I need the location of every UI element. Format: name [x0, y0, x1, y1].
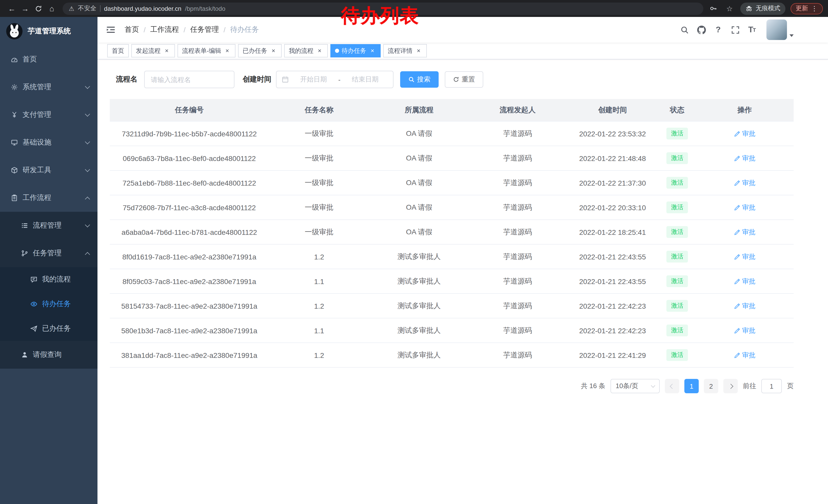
process-name-input[interactable] — [144, 71, 235, 88]
process-list-icon — [20, 222, 28, 229]
sidebar-item-process-management[interactable]: 流程管理 — [0, 212, 97, 239]
user-menu[interactable] — [767, 19, 794, 40]
devtools-icon — [10, 166, 18, 174]
approve-link[interactable]: 审批 — [734, 351, 755, 360]
incognito-badge[interactable]: 无痕模式 — [740, 2, 785, 15]
approve-link[interactable]: 审批 — [734, 203, 755, 212]
user-avatar[interactable] — [767, 19, 787, 40]
browser-chrome: ← → ⌂ ⚠ 不安全 dashboard.yudao.iocoder.cn /… — [0, 0, 828, 17]
tab-process-form-edit[interactable]: 流程表单-编辑× — [177, 44, 236, 57]
edit-icon — [734, 180, 740, 186]
edit-icon — [734, 131, 740, 137]
approve-link[interactable]: 审批 — [734, 326, 755, 335]
close-icon[interactable]: × — [224, 47, 231, 54]
address-bar[interactable]: ⚠ 不安全 dashboard.yudao.iocoder.cn /bpm/ta… — [63, 2, 703, 15]
browser-update-button[interactable]: 更新 ⋮ — [791, 3, 823, 14]
tabs-bar: 首页 发起流程× 流程表单-编辑× 已办任务× 我的流程× 待办任务× 流程详情… — [97, 43, 828, 59]
cell-status: 激活 — [659, 276, 696, 287]
sidebar-item-done-tasks[interactable]: 已办任务 — [0, 316, 97, 341]
sidebar-item-todo-tasks[interactable]: 待办任务 — [0, 292, 97, 316]
tab-start-process[interactable]: 发起流程× — [131, 44, 175, 57]
browser-forward-button[interactable]: → — [18, 2, 32, 15]
cell-action: 审批 — [696, 178, 794, 187]
sidebar-item-leave-query[interactable]: 请假查询 — [0, 341, 97, 369]
tab-my-process[interactable]: 我的流程× — [284, 44, 328, 57]
tab-done-tasks[interactable]: 已办任务× — [238, 44, 282, 57]
next-page-button[interactable] — [723, 379, 738, 393]
breadcrumb-item-workflow[interactable]: 工作流程 — [150, 25, 179, 34]
app-logo-bar[interactable]: 芋道管理系统 — [0, 17, 97, 46]
page-content: 流程名 创建时间 开始日期 - 结束日期 搜索 重 — [97, 59, 828, 504]
sidebar-item-devtools[interactable]: 研发工具 — [0, 156, 97, 184]
browser-home-button[interactable]: ⌂ — [45, 2, 58, 15]
password-key-icon[interactable] — [707, 3, 719, 14]
cell-task-name: 一级审批 — [269, 153, 369, 163]
browser-refresh-button[interactable] — [32, 2, 45, 15]
tab-process-detail[interactable]: 流程详情× — [383, 44, 427, 57]
approve-link[interactable]: 审批 — [734, 277, 755, 286]
sidebar-item-infrastructure[interactable]: 基础设施 — [0, 129, 97, 156]
sidebar-item-task-management[interactable]: 任务管理 — [0, 239, 97, 267]
table-body: 73211d9d-7b9b-11ec-b5b7-acde48001122 一级审… — [110, 122, 794, 368]
table-row: 58154733-7ac8-11ec-a9e2-a2380e71991a 1.2… — [110, 294, 794, 318]
sidebar: 芋道管理系统 首页 系统管理 支付管理 基础设施 — [0, 17, 97, 504]
sidebar-item-workflow[interactable]: 工作流程 — [0, 184, 97, 212]
github-icon[interactable] — [695, 23, 708, 36]
close-icon[interactable]: × — [316, 47, 323, 54]
cell-created-time: 2022-01-22 20:33:10 — [566, 203, 659, 212]
tab-todo-tasks[interactable]: 待办任务× — [330, 44, 381, 57]
goto-page-input[interactable] — [761, 379, 782, 393]
page-button-1[interactable]: 1 — [685, 379, 699, 393]
approve-link[interactable]: 审批 — [734, 227, 755, 237]
reset-button[interactable]: 重置 — [445, 71, 483, 88]
navbar-right-tools: ? TT — [678, 19, 794, 40]
breadcrumb-item-task-management[interactable]: 任务管理 — [190, 25, 219, 34]
cell-process: 测试多审批人 — [369, 326, 469, 335]
close-icon[interactable]: × — [369, 47, 376, 54]
chevron-down-icon — [85, 167, 90, 172]
task-branch-icon — [20, 249, 28, 257]
page-button-2[interactable]: 2 — [704, 379, 718, 393]
date-range-picker[interactable]: 开始日期 - 结束日期 — [276, 71, 394, 88]
sidebar-item-my-process[interactable]: 我的流程 — [0, 267, 97, 292]
approve-link[interactable]: 审批 — [734, 301, 755, 311]
cell-status: 激活 — [659, 177, 696, 189]
help-icon[interactable]: ? — [711, 23, 725, 36]
breadcrumb-item-home[interactable]: 首页 — [125, 25, 139, 34]
cell-initiator: 芋道源码 — [469, 351, 566, 360]
sidebar-collapse-button[interactable] — [105, 24, 117, 35]
approve-link[interactable]: 审批 — [734, 252, 755, 261]
approve-link[interactable]: 审批 — [734, 129, 755, 138]
chevron-down-icon — [85, 139, 90, 144]
cell-process: 测试多审批人 — [369, 351, 469, 360]
search-button[interactable]: 搜索 — [400, 71, 439, 88]
cell-status: 激活 — [659, 325, 696, 336]
sidebar-item-home[interactable]: 首页 — [0, 46, 97, 73]
approve-link[interactable]: 审批 — [734, 153, 755, 163]
close-icon[interactable]: × — [163, 47, 170, 54]
close-icon[interactable]: × — [270, 47, 277, 54]
prev-page-button[interactable] — [665, 379, 679, 393]
column-action: 操作 — [696, 105, 794, 114]
search-icon[interactable] — [678, 23, 691, 36]
payment-icon — [10, 111, 18, 119]
sidebar-item-system[interactable]: 系统管理 — [0, 73, 97, 101]
table-row: 8f0d1619-7ac8-11ec-a9e2-a2380e71991a 1.2… — [110, 244, 794, 269]
status-badge: 激活 — [666, 276, 688, 287]
page-size-select[interactable]: 10条/页 — [611, 379, 660, 393]
browser-back-button[interactable]: ← — [5, 2, 18, 15]
bookmark-star-icon[interactable]: ☆ — [724, 3, 735, 14]
fullscreen-icon[interactable] — [729, 23, 742, 36]
start-date-placeholder: 开始日期 — [291, 75, 336, 84]
home-icon: ⌂ — [49, 4, 54, 13]
warning-icon: ⚠ — [69, 5, 74, 12]
cell-initiator: 芋道源码 — [469, 153, 566, 163]
approve-link[interactable]: 审批 — [734, 178, 755, 187]
cell-process: OA 请假 — [369, 153, 469, 163]
font-size-icon[interactable]: TT — [745, 23, 759, 36]
sidebar-item-payment[interactable]: 支付管理 — [0, 101, 97, 129]
tab-home[interactable]: 首页 — [107, 44, 129, 57]
close-icon[interactable]: × — [415, 47, 422, 54]
table-row: 381aa1dd-7ac8-11ec-a9e2-a2380e71991a 1.2… — [110, 343, 794, 368]
cell-task-name: 1.2 — [269, 253, 369, 261]
